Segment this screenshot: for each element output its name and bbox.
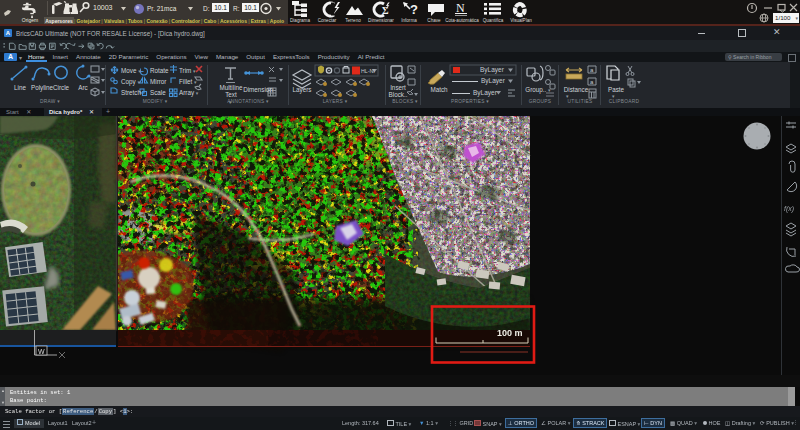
svg-text:f(x): f(x) <box>784 205 794 213</box>
svg-text:100 m: 100 m <box>497 328 523 338</box>
svg-text:?: ? <box>410 2 418 17</box>
svg-text:W: W <box>38 348 45 355</box>
svg-text:Σ: Σ <box>382 5 389 16</box>
svg-text:N: N <box>456 1 465 15</box>
